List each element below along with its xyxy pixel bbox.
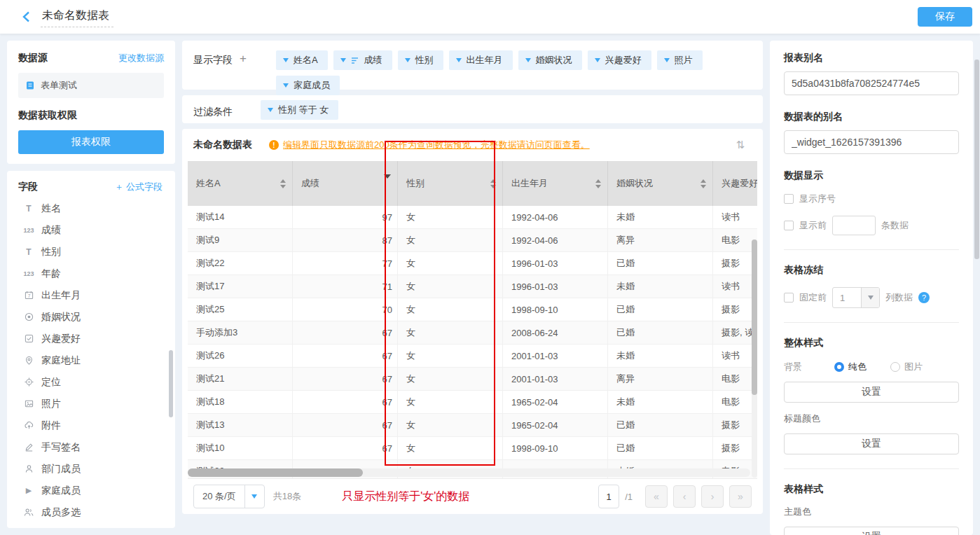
cell-gender: 女 <box>398 206 503 228</box>
table-row: 测试14 97 女 1992-04-06 未婚 读书 <box>188 206 757 229</box>
sort-arrows-icon[interactable] <box>701 179 706 188</box>
fields-scrollbar[interactable] <box>169 350 173 417</box>
fields-panel: 字段 ＋ 公式字段 T 姓名 123 成绩 T 性别 <box>7 171 175 528</box>
tag-label: 出生年月 <box>467 54 503 67</box>
cell-birthdate: 1965-02-04 <box>503 391 608 413</box>
cell-hobby: 电影 <box>713 368 757 390</box>
cell-name: 测试18 <box>188 391 293 413</box>
report-alias-label: 报表别名 <box>784 52 959 64</box>
sort-arrows-icon[interactable] <box>280 179 286 188</box>
column-header[interactable]: 出生年月 <box>503 161 608 206</box>
field-item[interactable]: 成员多选 <box>18 501 168 523</box>
cell-score: 67 <box>293 368 398 390</box>
field-item[interactable]: 附件 <box>18 415 168 436</box>
freeze-checkbox[interactable] <box>784 293 794 303</box>
cell-gender: 女 <box>398 414 503 436</box>
cell-score: 67 <box>293 437 398 459</box>
background-set-button[interactable]: 设置 <box>784 382 959 403</box>
field-item[interactable]: 手写签名 <box>18 436 168 458</box>
field-item[interactable]: 兴趣爱好 <box>18 328 168 349</box>
help-icon[interactable]: ? <box>918 292 930 303</box>
display-field-tag[interactable]: 姓名A <box>276 50 328 70</box>
column-header[interactable]: 性别 <box>398 161 503 206</box>
field-item[interactable]: 123 年龄 <box>18 263 168 284</box>
table-alias-input[interactable] <box>784 130 959 154</box>
cell-gender: 女 <box>398 437 503 459</box>
freeze-count-select[interactable]: 1 <box>832 287 880 308</box>
sort-desc-active-icon[interactable] <box>384 179 391 189</box>
cell-hobby: 摄影 <box>713 252 757 275</box>
field-item[interactable]: 7 出生年月 <box>18 284 168 306</box>
display-field-tag[interactable]: 兴趣爱好 <box>588 50 651 70</box>
data-table: 姓名A 成绩 性别 <box>188 161 757 479</box>
field-item[interactable]: T 性别 <box>18 241 168 263</box>
filter-condition-tag[interactable]: 性别 等于 女 <box>261 100 338 120</box>
show-index-checkbox[interactable] <box>784 194 794 204</box>
theme-color-set-button[interactable]: 设置 <box>784 527 959 535</box>
page-size-select[interactable]: 20 条/页 <box>193 485 265 508</box>
chevron-down-icon <box>861 287 879 308</box>
field-item[interactable]: 123 成绩 <box>18 219 168 241</box>
change-datasource-link[interactable]: 更改数据源 <box>118 52 164 64</box>
field-item[interactable]: 部门成员 <box>18 458 168 480</box>
first-page-button[interactable]: « <box>645 485 668 508</box>
display-fields-panel: 显示字段 + 姓名A 成绩 <box>182 41 763 90</box>
cell-hobby: 摄影 <box>713 298 757 321</box>
cell-name: 测试25 <box>188 298 293 321</box>
page-scrollbar[interactable] <box>974 60 979 259</box>
cell-birthdate: 1992-04-06 <box>503 206 608 228</box>
field-item[interactable]: 照片 <box>18 393 168 415</box>
field-type-icon: 7 <box>22 291 35 300</box>
solid-color-radio[interactable] <box>834 362 844 372</box>
page-number-input[interactable] <box>598 485 619 508</box>
display-field-tag[interactable]: 照片 <box>657 50 703 70</box>
cell-marriage: 已婚 <box>608 437 713 459</box>
display-field-tag[interactable]: 性别 <box>398 50 443 70</box>
cell-score: 67 <box>293 345 398 367</box>
filter-tag-label: 性别 等于 女 <box>278 104 329 116</box>
column-header[interactable]: 婚姻状况 <box>608 161 713 206</box>
table-row: 测试18 67 女 1965-02-04 未婚 电影 <box>188 391 757 414</box>
table-body: 测试14 97 女 1992-04-06 未婚 读书 测试9 87 女 1992… <box>188 206 757 479</box>
display-field-tag[interactable]: 家庭成员 <box>276 76 340 95</box>
back-button[interactable] <box>20 11 32 23</box>
field-item[interactable]: ▶ 家庭成员 <box>18 480 168 501</box>
column-header[interactable]: 兴趣爱好 <box>713 161 757 206</box>
sort-arrows-icon[interactable] <box>490 179 496 188</box>
column-header[interactable]: 成绩 <box>293 161 398 206</box>
last-page-button[interactable]: » <box>729 485 752 508</box>
display-field-tag[interactable]: 出生年月 <box>449 50 513 70</box>
cell-name: 手动添加3 <box>188 321 293 344</box>
cell-birthdate: 2001-01-03 <box>503 345 608 367</box>
table-vertical-scrollbar[interactable] <box>752 239 757 478</box>
row-limit-input[interactable] <box>832 216 876 235</box>
sort-arrows-icon[interactable] <box>595 179 601 188</box>
tag-label: 兴趣爱好 <box>605 54 642 67</box>
column-header[interactable]: 姓名A <box>188 161 293 206</box>
field-type-icon: ▶ <box>22 486 35 495</box>
next-page-button[interactable]: › <box>701 485 724 508</box>
datasource-item[interactable]: 表单测试 <box>18 73 164 98</box>
column-header-label: 性别 <box>406 177 425 190</box>
field-item[interactable]: T 姓名 <box>18 197 168 219</box>
show-first-checkbox[interactable] <box>784 221 794 230</box>
field-label: 姓名 <box>41 202 61 215</box>
title-color-set-button[interactable]: 设置 <box>784 433 959 454</box>
sort-order-icon[interactable]: ⇅ <box>729 136 752 154</box>
add-formula-field-link[interactable]: ＋ 公式字段 <box>114 181 163 193</box>
cell-name: 测试26 <box>188 345 293 367</box>
display-field-tag[interactable]: 成绩 <box>333 50 392 70</box>
save-button[interactable]: 保存 <box>918 7 972 27</box>
display-field-tag[interactable]: 婚姻状况 <box>518 50 582 70</box>
prev-page-button[interactable]: ‹ <box>673 485 696 508</box>
field-item[interactable]: 婚姻状况 <box>18 306 168 328</box>
add-display-field-icon[interactable]: + <box>240 53 247 64</box>
table-horizontal-scrollbar[interactable] <box>188 468 750 477</box>
image-radio[interactable] <box>890 362 900 372</box>
chevron-down-icon <box>268 108 273 112</box>
field-item[interactable]: 定位 <box>18 371 168 393</box>
table-panel: 未命名数据表 ! 编辑界面只取数据源前200条作为查询数据预览，完整数据请访问页… <box>182 129 763 514</box>
report-alias-input[interactable] <box>784 71 959 95</box>
field-item[interactable]: 家庭地址 <box>18 349 168 371</box>
report-permission-button[interactable]: 报表权限 <box>18 130 164 154</box>
